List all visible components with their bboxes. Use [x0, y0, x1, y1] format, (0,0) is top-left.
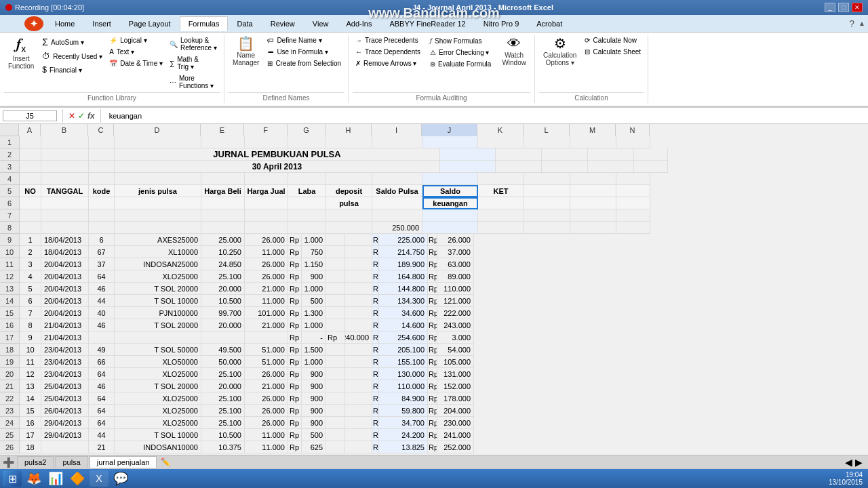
dep-0[interactable] — [326, 234, 345, 246]
trace-precedents-btn[interactable]: → Trace Precedents — [353, 35, 423, 45]
dep-15[interactable] — [326, 417, 345, 429]
kode-0[interactable]: 6 — [89, 234, 115, 246]
saldo-p-14[interactable]: 59.800 — [379, 405, 428, 417]
hjual-2[interactable]: 26.000 — [245, 258, 288, 270]
dep-11[interactable] — [326, 368, 345, 380]
date-4[interactable]: 20/04/2013 — [41, 283, 89, 295]
saldo-14[interactable]: 204.000 — [437, 405, 474, 417]
laba-rp-11[interactable]: Rp — [288, 368, 302, 380]
hbeli-15[interactable]: 25.100 — [201, 417, 245, 429]
j6[interactable]: keuangan — [422, 197, 478, 209]
b6[interactable] — [41, 197, 89, 209]
saldo-rp-0[interactable]: Rp — [428, 234, 437, 246]
saldo-p-rp-14[interactable]: Rp — [372, 405, 379, 417]
kode-8[interactable] — [89, 331, 115, 344]
date-10[interactable]: 23/04/2013 — [41, 356, 89, 368]
dep-1[interactable] — [326, 246, 345, 258]
saldo-p-5[interactable]: 134.300 — [379, 295, 428, 307]
m3[interactable] — [588, 161, 634, 173]
c4[interactable] — [89, 173, 115, 185]
dep-val-2[interactable] — [345, 258, 372, 270]
m4[interactable] — [570, 173, 616, 185]
saldo-4[interactable]: 110.000 — [437, 283, 474, 295]
saldo-p-rp-3[interactable]: Rp — [372, 270, 379, 283]
saldo-p-6[interactable]: 34.600 — [379, 307, 428, 319]
b3[interactable] — [41, 161, 89, 173]
e7[interactable] — [201, 209, 245, 222]
c5[interactable]: kode — [89, 185, 115, 197]
saldo-p-rp-9[interactable]: Rp — [372, 344, 379, 356]
saldo-rp-13[interactable]: Rp — [428, 392, 437, 405]
date-15[interactable]: 29/04/2013 — [41, 417, 89, 429]
saldo-p-7[interactable]: 14.600 — [379, 319, 428, 331]
laba-4[interactable]: 1.000 — [302, 283, 326, 295]
tab-abbyy[interactable]: ABBYY FineReader 12 — [380, 16, 474, 31]
no-13[interactable]: 14 — [20, 392, 41, 405]
formula-input[interactable] — [106, 112, 865, 120]
k1[interactable] — [478, 136, 524, 148]
saldo-rp-12[interactable]: Rp — [428, 380, 437, 392]
a2[interactable] — [20, 148, 41, 161]
insert-function-small-icon[interactable]: fx — [87, 111, 95, 121]
no-17[interactable]: 18 — [20, 441, 41, 453]
d3[interactable]: 30 April 2013 — [115, 161, 440, 173]
hjual-15[interactable]: 26.000 — [245, 417, 288, 429]
saldo-p-12[interactable]: 110.000 — [379, 380, 428, 392]
tab-new-icon[interactable]: ✏️ — [161, 458, 171, 467]
taskbar-excel[interactable]: X — [90, 470, 108, 487]
saldo-p-16[interactable]: 24.200 — [379, 429, 428, 441]
math-trig-btn[interactable]: ∑ Math &Trig ▾ — [167, 54, 220, 72]
l1[interactable] — [524, 136, 570, 148]
hbeli-0[interactable]: 25.000 — [201, 234, 245, 246]
hbeli-4[interactable]: 20.000 — [201, 283, 245, 295]
g5[interactable]: Laba — [288, 185, 326, 197]
a8[interactable] — [20, 222, 41, 234]
hjual-5[interactable]: 11.000 — [245, 295, 288, 307]
laba-rp-17[interactable]: Rp — [288, 441, 302, 453]
saldo-p-rp-13[interactable]: Rp — [372, 392, 379, 405]
dep-val-15[interactable] — [345, 417, 372, 429]
a3[interactable] — [20, 161, 41, 173]
saldo-rp-4[interactable]: Rp — [428, 283, 437, 295]
dep-val-5[interactable] — [345, 295, 372, 307]
kode-9[interactable]: 49 — [89, 344, 115, 356]
laba-rp-12[interactable]: Rp — [288, 380, 302, 392]
jenis-1[interactable]: XL10000 — [115, 246, 201, 258]
create-from-selection-btn[interactable]: ⊞ Create from Selection — [264, 58, 344, 68]
cancel-formula-icon[interactable]: ✕ — [68, 111, 75, 121]
h4[interactable] — [326, 173, 372, 185]
laba-rp-8[interactable]: Rp — [288, 331, 302, 344]
k7[interactable] — [478, 209, 524, 222]
dep-10[interactable] — [326, 356, 345, 368]
saldo-rp-7[interactable]: Rp — [428, 319, 437, 331]
show-formulas-btn[interactable]: 𝑓 Show Formulas — [427, 35, 494, 46]
k8[interactable] — [478, 222, 524, 234]
no-10[interactable]: 11 — [20, 356, 41, 368]
f8[interactable] — [245, 222, 288, 234]
laba-rp-0[interactable]: Rp — [288, 234, 302, 246]
b7[interactable] — [41, 209, 89, 222]
dep-val-13[interactable] — [345, 392, 372, 405]
date-16[interactable]: 29/04/2013 — [41, 429, 89, 441]
dep-val-0[interactable] — [345, 234, 372, 246]
hjual-10[interactable]: 51.000 — [245, 356, 288, 368]
tab-pulsa[interactable]: pulsa — [55, 456, 87, 468]
dep-val-1[interactable] — [345, 246, 372, 258]
office-button[interactable]: ✦ — [24, 16, 43, 31]
h1[interactable] — [326, 136, 372, 148]
l4[interactable] — [524, 173, 570, 185]
saldo-p-10[interactable]: 155.100 — [379, 356, 428, 368]
k5[interactable]: KET — [478, 185, 524, 197]
saldo-p-rp-4[interactable]: Rp — [372, 283, 379, 295]
a5[interactable]: NO — [20, 185, 41, 197]
lookup-reference-btn[interactable]: 🔍 Lookup &Reference ▾ — [167, 35, 220, 53]
g7[interactable] — [288, 209, 326, 222]
dep-val-17[interactable] — [345, 441, 372, 453]
e5[interactable]: Harga Beli — [201, 185, 245, 197]
dep-val-3[interactable] — [345, 270, 372, 283]
laba-rp-15[interactable]: Rp — [288, 417, 302, 429]
g8[interactable] — [288, 222, 326, 234]
tab-addins[interactable]: Add-Ins — [337, 16, 380, 31]
saldo-rp-15[interactable]: Rp — [428, 417, 437, 429]
saldo-p-4[interactable]: 144.800 — [379, 283, 428, 295]
